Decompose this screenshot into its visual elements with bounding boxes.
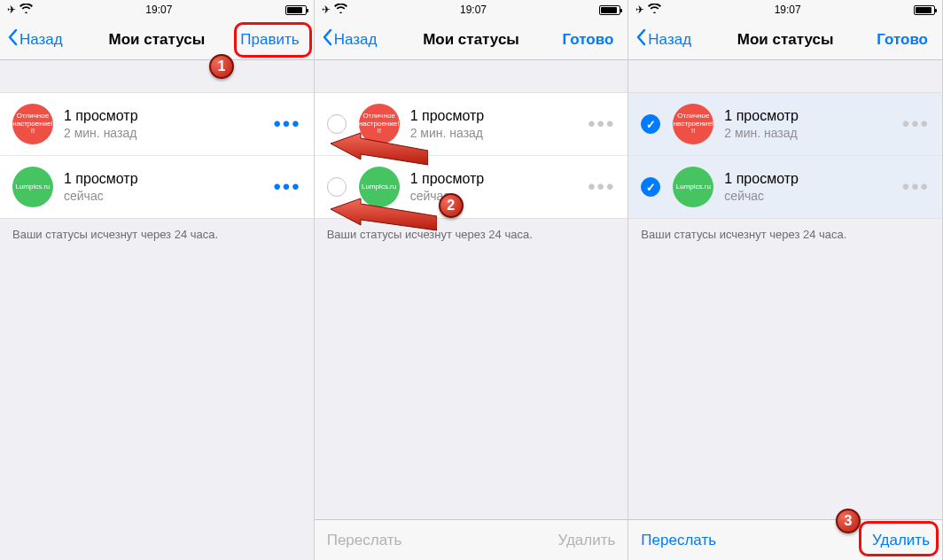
battery-icon: [914, 5, 935, 15]
status-sub: сейчас: [724, 189, 901, 203]
back-label: Назад: [334, 31, 378, 49]
battery-icon: [285, 5, 307, 15]
status-avatar: Lumpics.ru: [12, 167, 53, 207]
step-badge-3: 3: [836, 509, 861, 533]
status-row[interactable]: Отличное настроение!!! 1 просмотр 2 мин.…: [628, 93, 942, 156]
airplane-icon: ✈: [635, 4, 644, 16]
clock: 19:07: [775, 4, 801, 16]
select-radio[interactable]: [641, 114, 660, 134]
phone-panel-1: ✈ 19:07 Назад Мои статусы Править Отличн…: [0, 0, 315, 560]
status-title: 1 просмотр: [724, 108, 901, 124]
status-avatar: Отличное настроение!!!: [673, 104, 713, 144]
page-title: Мои статусы: [423, 31, 519, 49]
wifi-icon: [19, 4, 33, 16]
delete-button[interactable]: Удалить: [557, 532, 615, 549]
status-sub: 2 мин. назад: [64, 126, 273, 140]
status-row[interactable]: Lumpics.ru 1 просмотр сейчас •••: [0, 156, 314, 218]
chevron-left-icon: [635, 28, 646, 51]
delete-button[interactable]: Удалить: [872, 532, 930, 549]
battery-icon: [599, 5, 620, 15]
status-row[interactable]: Отличное настроение!!! 1 просмотр 2 мин.…: [0, 93, 314, 156]
edit-button[interactable]: Править: [233, 27, 306, 52]
forward-button[interactable]: Переслать: [327, 532, 402, 549]
status-title: 1 просмотр: [64, 108, 273, 124]
select-radio[interactable]: [327, 114, 347, 134]
footer-note: Ваши статусы исчезнут через 24 часа.: [628, 219, 942, 250]
phone-panel-2: ✈ 19:07 Назад Мои статусы Готово Отлично…: [315, 0, 629, 560]
step-badge-1: 1: [209, 54, 234, 79]
back-label: Назад: [19, 31, 63, 49]
more-icon[interactable]: •••: [588, 176, 615, 198]
nav-bar: Назад Мои статусы Готово: [315, 19, 628, 60]
status-list: Отличное настроение!!! 1 просмотр 2 мин.…: [315, 92, 628, 219]
forward-button[interactable]: Переслать: [641, 532, 716, 549]
status-avatar: Отличное настроение!!!: [359, 104, 400, 144]
status-sub: сейчас: [410, 189, 588, 203]
more-icon[interactable]: •••: [902, 113, 930, 135]
more-icon[interactable]: •••: [273, 176, 300, 198]
status-bar: ✈ 19:07: [315, 0, 628, 19]
toolbar: Переслать Удалить: [628, 519, 942, 560]
step-badge-2: 2: [439, 193, 464, 218]
done-button[interactable]: Готово: [869, 27, 935, 52]
nav-bar: Назад Мои статусы Править: [0, 19, 314, 60]
more-icon[interactable]: •••: [588, 113, 615, 135]
back-button[interactable]: Назад: [7, 28, 63, 51]
status-row[interactable]: Отличное настроение!!! 1 просмотр 2 мин.…: [315, 93, 628, 156]
chevron-left-icon: [322, 28, 332, 51]
footer-note: Ваши статусы исчезнут через 24 часа.: [0, 219, 314, 250]
back-button[interactable]: Назад: [322, 28, 378, 51]
status-sub: 2 мин. назад: [724, 126, 901, 140]
status-avatar: Отличное настроение!!!: [12, 104, 53, 144]
airplane-icon: ✈: [322, 4, 331, 16]
status-title: 1 просмотр: [724, 171, 901, 187]
select-radio[interactable]: [327, 177, 347, 197]
page-title: Мои статусы: [737, 31, 834, 49]
status-list: Отличное настроение!!! 1 просмотр 2 мин.…: [0, 92, 314, 219]
chevron-left-icon: [7, 28, 18, 51]
back-button[interactable]: Назад: [635, 28, 691, 51]
more-icon[interactable]: •••: [273, 113, 300, 135]
status-sub: 2 мин. назад: [410, 126, 588, 140]
status-sub: сейчас: [64, 189, 273, 203]
airplane-icon: ✈: [7, 4, 16, 16]
status-row[interactable]: Lumpics.ru 1 просмотр сейчас •••: [628, 156, 942, 218]
status-title: 1 просмотр: [64, 171, 273, 187]
back-label: Назад: [648, 31, 691, 49]
toolbar: Переслать Удалить: [315, 519, 628, 560]
status-row[interactable]: Lumpics.ru 1 просмотр сейчас •••: [315, 156, 628, 218]
page-title: Мои статусы: [108, 31, 205, 49]
more-icon[interactable]: •••: [902, 176, 930, 198]
status-avatar: Lumpics.ru: [673, 167, 713, 207]
footer-note: Ваши статусы исчезнут через 24 часа.: [315, 219, 628, 250]
wifi-icon: [648, 4, 661, 16]
status-title: 1 просмотр: [410, 171, 588, 187]
nav-bar: Назад Мои статусы Готово: [628, 19, 942, 60]
clock: 19:07: [145, 4, 172, 16]
status-avatar: Lumpics.ru: [359, 167, 400, 207]
status-list: Отличное настроение!!! 1 просмотр 2 мин.…: [628, 92, 942, 219]
status-bar: ✈ 19:07: [0, 0, 314, 19]
done-button[interactable]: Готово: [555, 27, 620, 52]
status-bar: ✈ 19:07: [628, 0, 942, 19]
status-title: 1 просмотр: [410, 108, 588, 124]
phone-panel-3: ✈ 19:07 Назад Мои статусы Готово Отлично…: [628, 0, 943, 560]
select-radio[interactable]: [641, 177, 660, 197]
clock: 19:07: [460, 4, 487, 16]
wifi-icon: [334, 4, 347, 16]
